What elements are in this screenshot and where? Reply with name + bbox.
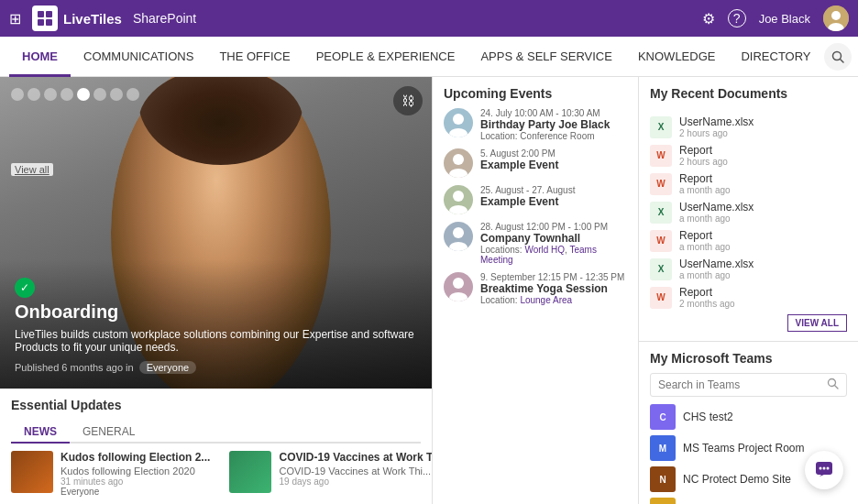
hero-title: Onboarding xyxy=(15,301,417,323)
doc-time-6: 2 months ago xyxy=(679,299,847,309)
event-title-0[interactable]: Birthday Party Joe Black xyxy=(480,118,627,131)
dot-3[interactable] xyxy=(44,88,57,101)
doc-content-3: UserName.xlsx a month ago xyxy=(679,201,847,224)
doc-name-3[interactable]: UserName.xlsx xyxy=(679,201,847,214)
svg-rect-0 xyxy=(38,11,44,17)
avatar[interactable] xyxy=(823,5,849,31)
svg-point-28 xyxy=(820,467,822,470)
nav-search-button[interactable] xyxy=(824,43,852,71)
dot-7[interactable] xyxy=(110,88,123,101)
dot-8[interactable] xyxy=(126,88,139,101)
list-item: COVID-19 Vaccines at Work T... COVID-19 … xyxy=(229,451,432,497)
doc-name-1[interactable]: Report xyxy=(679,144,847,157)
svg-point-21 xyxy=(453,227,464,238)
dot-6[interactable] xyxy=(94,88,106,101)
nav-directory[interactable]: DIRECTORY xyxy=(728,38,823,77)
doc-content-5: UserName.xlsx a month ago xyxy=(679,257,847,280)
svg-point-30 xyxy=(827,467,830,470)
nav-communications[interactable]: COMMUNICATIONS xyxy=(71,38,206,77)
teams-search-input[interactable] xyxy=(658,378,821,391)
event-content-0: 24. July 10:00 AM - 10:30 AM Birthday Pa… xyxy=(480,108,627,141)
dot-5[interactable] xyxy=(77,88,90,101)
event-location-0: Location: Conference Room xyxy=(480,131,627,141)
doc-name-4[interactable]: Report xyxy=(679,229,847,242)
nav-knowledge[interactable]: KNOWLEDGE xyxy=(625,38,729,77)
news-tag-0: Everyone xyxy=(60,487,222,497)
top-bar-left: ⊞ LiveTiles SharePoint xyxy=(9,5,196,31)
doc-content-6: Report 2 months ago xyxy=(679,286,847,309)
event-avatar-4 xyxy=(444,272,473,301)
top-bar: ⊞ LiveTiles SharePoint ⚙ ? Joe Black xyxy=(0,0,858,37)
news-title-1[interactable]: COVID-19 Vaccines at Work T... xyxy=(279,451,432,466)
team-name-2[interactable]: NC Protect Demo Site xyxy=(683,473,791,486)
hero-view-all[interactable]: View all xyxy=(11,163,53,176)
svg-rect-3 xyxy=(46,19,52,26)
nav-home[interactable]: HOME xyxy=(9,38,71,77)
dot-2[interactable] xyxy=(28,88,40,101)
upcoming-events-section: Upcoming Events 24. July 10:00 AM - 10:3… xyxy=(432,77,638,504)
svg-point-23 xyxy=(453,278,464,289)
svg-point-19 xyxy=(453,191,464,202)
help-icon[interactable]: ? xyxy=(728,9,746,27)
team-avatar-1: M xyxy=(650,435,676,461)
doc-name-5[interactable]: UserName.xlsx xyxy=(679,257,847,270)
doc-name-6[interactable]: Report xyxy=(679,286,847,299)
hero-subtitle: LiveTiles builds custom workplace soluti… xyxy=(15,328,417,354)
right-panel: My Recent Documents X UserName.xlsx 2 ho… xyxy=(638,77,858,504)
list-item: 24. July 10:00 AM - 10:30 AM Birthday Pa… xyxy=(444,108,627,141)
nav-the-office[interactable]: THE OFFICE xyxy=(206,38,302,77)
doc-content-0: UserName.xlsx 2 hours ago xyxy=(679,115,847,138)
news-meta-1: 19 days ago xyxy=(279,477,432,487)
doc-icon-3: X xyxy=(650,202,672,224)
dot-1[interactable] xyxy=(11,88,24,101)
view-all-docs-button[interactable]: VIEW ALL xyxy=(787,314,847,332)
hero-tag[interactable]: Everyone xyxy=(139,361,196,374)
settings-icon[interactable]: ⚙ xyxy=(702,10,715,27)
event-location-link-worldhq[interactable]: World HQ xyxy=(524,245,565,255)
event-time-0: 24. July 10:00 AM - 10:30 AM xyxy=(480,108,627,118)
news-thumb-1 xyxy=(229,451,271,493)
news-content-1: COVID-19 Vaccines at Work T... COVID-19 … xyxy=(279,451,432,487)
news-meta-0: 31 minutes ago xyxy=(60,477,222,487)
nav-people[interactable]: PEOPLE & EXPERIENCE xyxy=(303,38,468,77)
tab-general[interactable]: GENERAL xyxy=(70,422,148,444)
team-avatar-2: N xyxy=(650,466,676,492)
event-time-2: 25. August - 27. August xyxy=(480,185,627,195)
doc-icon-4: W xyxy=(650,230,672,252)
event-content-1: 5. August 2:00 PM Example Event xyxy=(480,148,627,171)
hero-action-btn[interactable]: ⛓ xyxy=(393,86,423,115)
doc-icon-6: W xyxy=(650,287,672,309)
essential-updates: Essential Updates NEWS GENERAL Kudos fol… xyxy=(0,389,432,504)
event-title-4[interactable]: Breaktime Yoga Session xyxy=(480,282,627,295)
recent-docs-header: My Recent Documents xyxy=(650,86,847,108)
doc-name-0[interactable]: UserName.xlsx xyxy=(679,115,847,128)
hero-check-icon: ✓ xyxy=(15,278,35,298)
event-avatar-2 xyxy=(444,185,473,214)
event-title-3[interactable]: Company Townhall xyxy=(480,232,627,245)
nav-apps[interactable]: APPS & SELF SERVICE xyxy=(468,38,625,77)
event-title-2[interactable]: Example Event xyxy=(480,195,627,208)
news-title-0[interactable]: Kudos following Election 2... xyxy=(60,451,222,466)
svg-point-5 xyxy=(831,11,841,20)
teams-search-box[interactable] xyxy=(650,373,847,397)
apps-grid-icon[interactable]: ⊞ xyxy=(9,10,21,27)
essential-updates-title: Essential Updates xyxy=(11,398,421,412)
doc-time-4: a month ago xyxy=(679,242,847,252)
event-content-4: 9. September 12:15 PM - 12:35 PM Breakti… xyxy=(480,272,627,305)
svg-point-16 xyxy=(449,128,468,137)
dot-4[interactable] xyxy=(60,88,73,101)
doc-name-2[interactable]: Report xyxy=(679,172,847,185)
svg-point-24 xyxy=(449,292,468,301)
team-name-1[interactable]: MS Teams Project Room xyxy=(683,442,805,455)
svg-point-18 xyxy=(449,169,468,178)
tab-news[interactable]: NEWS xyxy=(11,422,70,444)
main-layout: View all ⛓ ✓ Onboarding LiveTiles builds… xyxy=(0,77,858,504)
list-item: W Report 2 hours ago xyxy=(650,144,847,167)
list-item: 9. September 12:15 PM - 12:35 PM Breakti… xyxy=(444,272,627,305)
event-title-1[interactable]: Example Event xyxy=(480,159,627,171)
news-sub-0: Kudos following Election 2020 xyxy=(60,466,222,477)
chat-bubble-button[interactable] xyxy=(805,451,843,489)
event-location-link-lounge[interactable]: Lounge Area xyxy=(520,295,572,305)
doc-time-5: a month ago xyxy=(679,270,847,280)
team-name-0[interactable]: CHS test2 xyxy=(683,411,733,423)
